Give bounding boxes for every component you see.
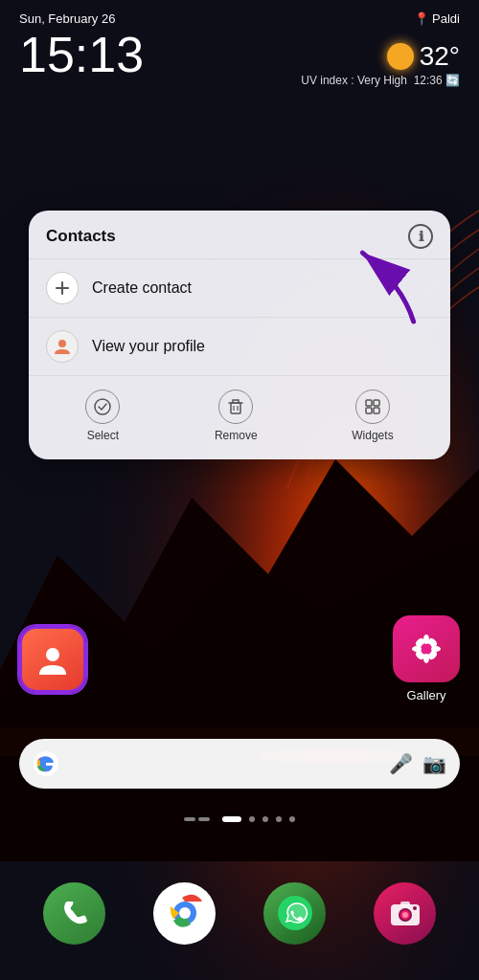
menu-line-1 — [184, 817, 195, 821]
google-search-bar[interactable]: 🎤 📷 — [19, 739, 460, 789]
svg-point-10 — [95, 399, 110, 414]
location-pin-icon: 📍 — [414, 11, 429, 26]
svg-rect-16 — [366, 408, 372, 413]
uv-index-text: UV index : Very High 12:36 🔄 — [301, 74, 460, 87]
context-menu-title: Contacts — [46, 227, 116, 246]
select-label: Select — [87, 429, 119, 442]
phone-dock-icon[interactable] — [43, 882, 105, 945]
select-icon — [85, 390, 120, 424]
uv-row: UV index : Very High 12:36 🔄 — [19, 74, 460, 87]
svg-point-40 — [413, 906, 417, 910]
camera-dock-icon[interactable] — [374, 882, 436, 945]
svg-point-24 — [412, 646, 422, 652]
page-dot-1-active — [222, 816, 241, 822]
temperature: 32° — [420, 41, 460, 72]
page-dot-3 — [262, 816, 268, 822]
svg-point-22 — [423, 635, 429, 644]
info-icon-button[interactable]: ℹ — [408, 224, 433, 249]
svg-point-23 — [423, 654, 429, 663]
menu-line-2 — [198, 817, 210, 821]
context-menu-header: Contacts ℹ — [29, 211, 450, 259]
remove-action-button[interactable]: Remove — [203, 386, 269, 446]
page-dot-2 — [249, 816, 255, 822]
gallery-app-label: Gallery — [406, 688, 445, 702]
chrome-dock-icon[interactable] — [153, 882, 216, 945]
menu-lines-indicator — [184, 817, 210, 821]
status-date: Sun, February 26 — [19, 11, 115, 26]
widgets-icon — [355, 390, 390, 424]
create-contact-label: Create contact — [92, 279, 192, 297]
gallery-app-wrapper[interactable]: Gallery — [393, 615, 460, 702]
svg-rect-14 — [366, 400, 372, 406]
svg-rect-15 — [374, 400, 379, 406]
widgets-label: Widgets — [352, 429, 393, 442]
sun-icon — [387, 43, 414, 70]
svg-point-9 — [58, 340, 66, 347]
remove-icon — [218, 390, 253, 424]
svg-rect-39 — [400, 902, 410, 906]
google-logo — [33, 750, 59, 777]
contacts-app-wrapper[interactable] — [19, 626, 86, 693]
view-profile-item[interactable]: View your profile — [29, 318, 450, 376]
home-apps-row: Gallery — [0, 615, 479, 702]
remove-label: Remove — [215, 429, 258, 442]
status-bar: Sun, February 26 📍 Paldi 15:13 32° UV in… — [0, 0, 479, 95]
status-location: 📍 Paldi — [414, 11, 460, 26]
gallery-app-icon[interactable] — [393, 615, 460, 682]
create-contact-icon — [46, 272, 79, 304]
dock — [19, 865, 460, 961]
svg-point-25 — [431, 646, 441, 652]
weather-row: 32° — [19, 41, 460, 72]
context-menu-actions: Select Remove — [29, 376, 450, 459]
page-indicators — [0, 816, 479, 822]
page-dot-4 — [276, 816, 282, 822]
svg-point-21 — [421, 643, 432, 655]
view-profile-label: View your profile — [92, 338, 205, 355]
lens-icon[interactable]: 📷 — [422, 752, 446, 775]
page-dot-5 — [289, 816, 295, 822]
view-profile-icon — [46, 330, 79, 363]
select-action-button[interactable]: Select — [74, 386, 131, 446]
svg-point-38 — [402, 912, 408, 918]
contacts-app-icon[interactable] — [19, 626, 86, 693]
widgets-action-button[interactable]: Widgets — [340, 386, 404, 446]
svg-point-33 — [179, 907, 191, 919]
create-contact-item[interactable]: Create contact — [29, 259, 450, 318]
svg-rect-17 — [374, 408, 379, 413]
context-menu: Contacts ℹ Create contact View your prof… — [29, 211, 450, 459]
whatsapp-dock-icon[interactable] — [263, 882, 326, 945]
microphone-icon[interactable]: 🎤 — [389, 752, 413, 775]
svg-rect-11 — [231, 403, 240, 413]
svg-point-19 — [46, 648, 59, 661]
background-scene — [0, 0, 479, 980]
